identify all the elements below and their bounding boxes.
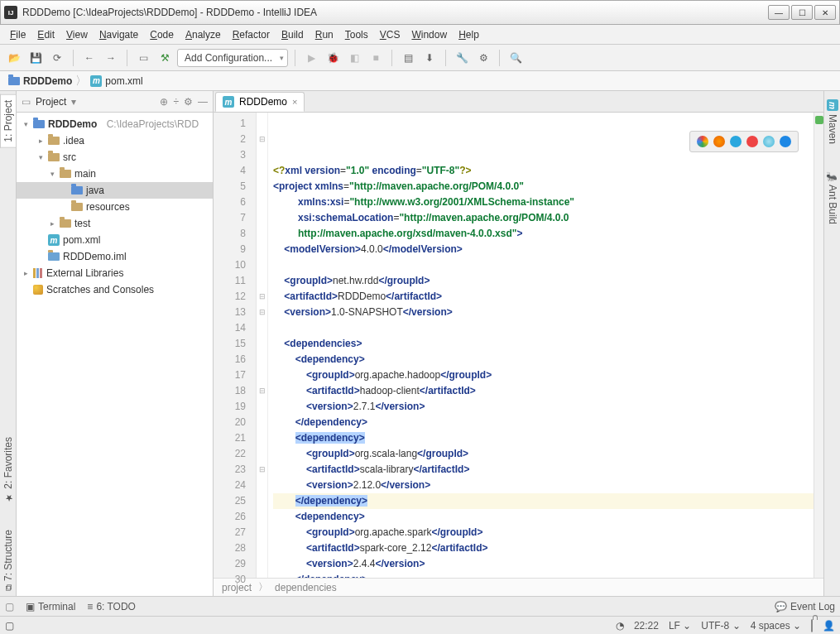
back-icon[interactable]: ← — [80, 49, 98, 67]
hammer-icon[interactable]: ⚒ — [156, 49, 174, 67]
project-tree[interactable]: ▾RDDDemo C:\IdeaProjects\RDD ▸.idea ▾src… — [17, 113, 213, 596]
code-line[interactable]: <dependency> — [273, 509, 814, 525]
tree-idea[interactable]: ▸.idea — [17, 132, 213, 149]
tree-src[interactable]: ▾src — [17, 149, 213, 166]
code-line[interactable]: <artifactId>scala-library</artifactId> — [273, 462, 814, 478]
tab-favorites[interactable]: ★ 2: Favorites — [1, 432, 16, 508]
settings-icon[interactable]: ⚙ — [474, 49, 492, 67]
code-line[interactable]: <groupId>org.apache.spark</groupId> — [273, 525, 814, 540]
menu-vcs[interactable]: VCS — [375, 27, 406, 42]
tab-project[interactable]: 1: Project — [0, 94, 16, 148]
maximize-button[interactable]: ☐ — [791, 5, 813, 20]
tree-root[interactable]: ▾RDDDemo C:\IdeaProjects\RDD — [17, 116, 213, 132]
code-line[interactable]: </dependency> — [273, 415, 814, 430]
code-line[interactable]: <groupId>net.hw.rdd</groupId> — [273, 273, 814, 289]
tree-main[interactable]: ▾main — [17, 166, 213, 182]
code-line[interactable]: <dependency> — [273, 430, 814, 446]
forward-icon[interactable]: → — [102, 49, 120, 67]
tree-java[interactable]: java — [17, 182, 213, 199]
build-icon[interactable]: ▭ — [134, 49, 152, 67]
code-line[interactable]: <version>2.4.4</version> — [273, 556, 814, 572]
fold-gutter[interactable]: ⊟⊟⊟⊟⊟ — [257, 113, 268, 578]
dropdown-icon[interactable]: ▾ — [71, 96, 76, 108]
menu-run[interactable]: Run — [310, 27, 338, 42]
readonly-icon[interactable] — [811, 620, 813, 632]
menu-window[interactable]: Window — [406, 27, 452, 42]
ie-icon[interactable] — [763, 136, 775, 147]
minimize-button[interactable]: — — [768, 5, 790, 20]
menu-edit[interactable]: Edit — [32, 27, 60, 42]
crumb-root[interactable]: RDDDemo — [5, 75, 75, 87]
tree-iml[interactable]: RDDDemo.iml — [17, 248, 213, 265]
wrench-icon[interactable]: 🔧 — [453, 49, 471, 67]
tree-external[interactable]: ▸External Libraries — [17, 265, 213, 281]
code-line[interactable]: <dependencies> — [273, 336, 814, 352]
tab-todo[interactable]: ≡ 6: TODO — [87, 601, 136, 612]
close-icon[interactable]: × — [292, 97, 297, 107]
code-line[interactable]: http://maven.apache.org/xsd/maven-4.0.0.… — [273, 226, 814, 242]
code-line[interactable]: <?xml version="1.0" encoding="UTF-8"?> — [273, 163, 814, 179]
menu-file[interactable]: File — [5, 27, 31, 42]
tree-test[interactable]: ▸test — [17, 215, 213, 232]
code-line[interactable]: <artifactId>hadoop-client</artifactId> — [273, 383, 814, 399]
code-line[interactable] — [273, 257, 814, 273]
editor-tab-pom[interactable]: m RDDDemo × — [215, 92, 305, 112]
close-button[interactable]: ✕ — [814, 5, 836, 20]
code-line[interactable]: xmlns:xsi="http://www.w3.org/2001/XMLSch… — [273, 195, 814, 210]
code-line[interactable]: <modelVersion>4.0.0</modelVersion> — [273, 242, 814, 257]
locate-icon[interactable]: ⊕ — [160, 96, 168, 108]
update-icon[interactable]: ⬇ — [420, 49, 439, 67]
project-mode-label[interactable]: Project — [36, 96, 66, 108]
code-line[interactable] — [273, 320, 814, 336]
menu-refactor[interactable]: Refactor — [228, 27, 275, 42]
code-line[interactable]: </dependency> — [273, 572, 814, 578]
gear-icon[interactable]: ⚙ — [184, 96, 193, 108]
tab-event-log[interactable]: 💬 Event Log — [775, 601, 835, 612]
run-config-select[interactable]: Add Configuration... — [177, 49, 288, 67]
search-icon[interactable]: 🔍 — [506, 49, 525, 67]
error-stripe[interactable] — [814, 113, 823, 578]
menu-analyze[interactable]: Analyze — [180, 27, 226, 42]
safari-icon[interactable] — [730, 136, 742, 147]
code-line[interactable]: <dependency> — [273, 352, 814, 367]
tree-scratch[interactable]: Scratches and Consoles — [17, 281, 213, 298]
menu-build[interactable]: Build — [276, 27, 309, 42]
code-line[interactable]: <version>2.7.1</version> — [273, 399, 814, 415]
menu-navigate[interactable]: Navigate — [94, 27, 143, 42]
line-gutter[interactable]: 1234567891011121314151617181920212223242… — [214, 113, 257, 578]
code-line[interactable]: <version>1.0-SNAPSHOT</version> — [273, 305, 814, 320]
coverage-icon[interactable]: ◧ — [345, 49, 363, 67]
crumb-deps[interactable]: dependencies — [275, 582, 337, 593]
status-line-ending[interactable]: LF ⌄ — [669, 620, 691, 632]
debug-icon[interactable]: 🐞 — [324, 49, 342, 67]
code-line[interactable]: xsi:schemaLocation="http://maven.apache.… — [273, 210, 814, 226]
code-line[interactable]: <artifactId>RDDDemo</artifactId> — [273, 289, 814, 305]
code-area[interactable]: <?xml version="1.0" encoding="UTF-8"?><p… — [268, 113, 814, 578]
menu-tools[interactable]: Tools — [340, 27, 373, 42]
tab-structure[interactable]: ⧉ 7: Structure — [1, 525, 16, 596]
status-indent[interactable]: 4 spaces ⌄ — [751, 620, 801, 632]
code-line[interactable]: <version>2.12.0</version> — [273, 478, 814, 493]
tree-resources[interactable]: resources — [17, 199, 213, 215]
menu-view[interactable]: View — [61, 27, 93, 42]
menu-code[interactable]: Code — [145, 27, 179, 42]
code-line[interactable]: <artifactId>spark-core_2.12</artifactId> — [273, 540, 814, 556]
code-line[interactable]: <groupId>org.apache.hadoop</groupId> — [273, 367, 814, 383]
structure-icon[interactable]: ▤ — [399, 49, 417, 67]
opera-icon[interactable] — [746, 136, 758, 147]
hector-icon[interactable]: 👤 — [823, 620, 835, 632]
stop-icon[interactable]: ■ — [367, 49, 385, 67]
tab-terminal[interactable]: ▣ Terminal — [26, 601, 75, 612]
tree-pom[interactable]: mpom.xml — [17, 232, 213, 248]
code-line[interactable]: <groupId>org.scala-lang</groupId> — [273, 446, 814, 462]
code-line[interactable]: </dependency> — [273, 493, 814, 509]
tab-ant[interactable]: 🐜 Ant Build — [825, 166, 840, 229]
sync-icon[interactable]: ⟳ — [48, 49, 66, 67]
firefox-icon[interactable] — [713, 136, 725, 147]
quick-access-icon[interactable]: ▢ — [5, 601, 14, 612]
run-icon[interactable]: ▶ — [302, 49, 320, 67]
code-line[interactable]: <project xmlns="http://maven.apache.org/… — [273, 179, 814, 195]
chrome-icon[interactable] — [697, 136, 708, 147]
status-encoding[interactable]: UTF-8 ⌄ — [701, 620, 740, 632]
edge-icon[interactable] — [780, 136, 791, 147]
